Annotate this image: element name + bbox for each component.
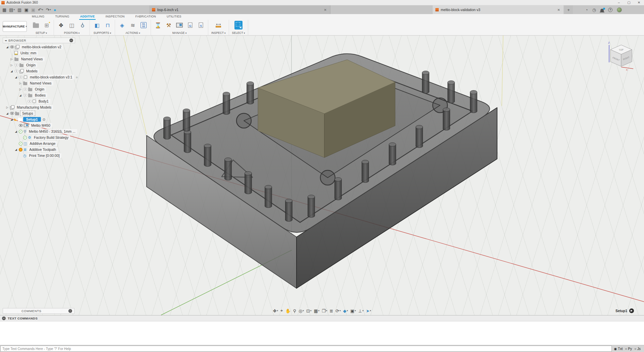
print-settings-icon[interactable]	[175, 21, 183, 29]
new-arrangement-icon[interactable]: ⊞✦	[43, 21, 51, 29]
visibility-eye-icon[interactable]	[19, 76, 23, 78]
look-at-icon[interactable]: ⌖	[280, 308, 283, 313]
mode-py[interactable]: ○Py	[625, 347, 632, 351]
section-view-icon[interactable]: ➤▾	[366, 308, 371, 313]
orbit-icon[interactable]: ✥▾	[273, 308, 278, 313]
document-tab-1[interactable]: bsp-6-inch v1 ✕	[149, 5, 330, 14]
tree-item-label[interactable]: Origin	[33, 87, 46, 92]
tree-row[interactable]: ◢meltio-block-validation v2	[3, 44, 75, 50]
tree-item-label[interactable]: Manufacturing Models	[15, 105, 53, 110]
expander-icon[interactable]: ▷	[5, 106, 9, 109]
visibility-eye-icon[interactable]	[10, 112, 14, 115]
simulate-icon[interactable]: ≋	[129, 21, 137, 29]
app-menu-icon[interactable]: ▦	[1, 6, 7, 13]
tree-row[interactable]: Meltio M450	[3, 122, 75, 128]
orient-icon[interactable]: ⚲	[78, 21, 87, 29]
maximize-button[interactable]: ▢	[624, 1, 634, 4]
template-library-icon[interactable]: S	[197, 21, 205, 29]
new-setup-icon[interactable]	[32, 21, 40, 29]
avatar[interactable]	[617, 7, 622, 12]
select-icon[interactable]: ➤	[234, 21, 243, 29]
tree-item-label[interactable]: Origin	[24, 63, 37, 67]
close-tab-icon[interactable]: ✕	[323, 8, 327, 12]
tree-row[interactable]: ✓◫Additive Arrange	[3, 140, 75, 146]
expander-icon[interactable]: ▷	[10, 58, 13, 61]
group-label[interactable]: SELECT ▾	[232, 31, 245, 35]
expander-icon[interactable]: ◢	[5, 112, 9, 115]
tree-row[interactable]: ◢✓⚲Meltio M450 - 316SS, 1mm ...	[3, 128, 75, 134]
tree-item-label[interactable]: Factory Build Strategy	[32, 135, 70, 140]
tab-utilities[interactable]: UTILITIES	[166, 14, 182, 20]
3d-viewport[interactable]: ◂◂ BROWSER – ◢meltio-block-validation v2…	[0, 36, 644, 315]
tree-item-label[interactable]: Named Views	[19, 57, 45, 61]
extensions-icon[interactable]: ◔	[585, 7, 588, 12]
post-process-icon[interactable]: G1G2	[140, 21, 148, 29]
group-label[interactable]: INSPECT ▾	[211, 31, 226, 35]
hide-comments-icon[interactable]: –	[68, 309, 72, 313]
zoom-icon[interactable]: ⚲	[293, 308, 297, 313]
new-document-button[interactable]: +	[564, 5, 573, 14]
tree-row[interactable]: ◢Setups	[3, 110, 75, 116]
new-file-icon[interactable]: ▤▾	[8, 6, 16, 13]
save-icon[interactable]: ▣	[23, 6, 29, 13]
expander-icon[interactable]: ◢	[14, 76, 18, 79]
redo-icon[interactable]: ↷▾	[45, 6, 52, 13]
tree-row[interactable]: ◢≣Additive Toolpath	[3, 146, 75, 153]
move-icon[interactable]: ✥	[57, 21, 65, 29]
close-button[interactable]: ✕	[634, 1, 644, 4]
pan-icon[interactable]: ✋	[285, 308, 290, 313]
pack-icon[interactable]: ◫	[68, 21, 76, 29]
group-label[interactable]: ACTIONS ▾	[125, 31, 140, 35]
tree-row[interactable]: Units: mm	[3, 50, 75, 56]
tree-item-label[interactable]: Body1	[37, 99, 50, 104]
turntable-icon[interactable]: ⟳▾	[335, 308, 340, 313]
group-label[interactable]: SETUP ▾	[36, 31, 47, 35]
tree-row[interactable]: ▷Origin	[3, 62, 75, 68]
tree-row[interactable]: ◢◣Setup1⊙	[3, 116, 75, 122]
tree-row[interactable]: ◢Models	[3, 68, 75, 74]
generate-icon[interactable]: ◈	[118, 21, 126, 29]
tab-milling[interactable]: MILLING	[31, 14, 45, 20]
tree-item-label[interactable]: Named Views	[28, 81, 53, 85]
tree-item-label[interactable]: meltio-block-validation v3:1	[28, 75, 74, 79]
text-command-input[interactable]	[0, 346, 612, 352]
tab-fabrication[interactable]: FABRICATION	[134, 14, 157, 20]
workspace-selector[interactable]: MANUFACTURE ▾	[3, 21, 27, 32]
tree-item-label[interactable]: Meltio M450	[30, 123, 52, 128]
grid-snaps-icon[interactable]: ▦▾	[314, 308, 319, 313]
bar-supports-icon[interactable]: ⊓	[104, 21, 112, 29]
expander-icon[interactable]: ▷	[18, 82, 22, 85]
measure-icon[interactable]: ⟷	[214, 21, 222, 29]
document-tab-2[interactable]: meltio-block-validation v3 ✕	[433, 5, 564, 14]
group-label[interactable]: POSITION ▾	[64, 31, 80, 35]
fit-icon[interactable]: ◎▾	[299, 308, 304, 313]
job-status-icon[interactable]: ◷	[592, 7, 596, 12]
tree-item-label[interactable]: Setups	[20, 111, 35, 116]
tree-row[interactable]: ▷Manufacturing Models	[3, 104, 75, 110]
expander-icon[interactable]: ◢	[10, 70, 13, 73]
tree-row[interactable]: ✓⚙Factory Build Strategy	[3, 134, 75, 140]
display-settings-icon[interactable]: ⊡▾	[306, 308, 311, 313]
tree-row[interactable]: ▷Origin	[3, 86, 75, 92]
tree-item-label[interactable]: Additive Arrange	[28, 141, 57, 146]
save-local-icon[interactable]: ▣	[30, 6, 36, 13]
tool-library-icon[interactable]: ⚒	[165, 21, 173, 29]
support-volume-icon[interactable]: ◧	[93, 21, 101, 29]
tree-item-label[interactable]: Units: mm	[19, 51, 38, 55]
text-commands-header[interactable]: – TEXT COMMANDS	[0, 315, 644, 321]
tree-row[interactable]: ◷Print Time [0:00:00]	[3, 153, 75, 159]
tree-item-label[interactable]: Setup1	[23, 117, 41, 122]
hide-panel-icon[interactable]: –	[69, 39, 73, 42]
visibility-eye-icon[interactable]	[23, 88, 27, 91]
visibility-eye-icon[interactable]	[19, 124, 23, 127]
tree-item-label[interactable]: Meltio M450 - 316SS, 1mm ...	[27, 129, 77, 134]
tab-additive[interactable]: ADDITIVE	[79, 14, 96, 20]
visibility-eye-icon[interactable]	[14, 64, 18, 66]
undo-icon[interactable]: ↶▾	[37, 6, 44, 13]
visibility-eye-icon[interactable]	[10, 46, 14, 48]
minimize-button[interactable]: –	[614, 1, 624, 4]
tree-row[interactable]: ◢Bodies	[3, 92, 75, 98]
a360-sync-icon[interactable]: ●	[53, 6, 57, 13]
tab-turning[interactable]: TURNING	[54, 14, 70, 20]
help-icon[interactable]: ?	[608, 8, 612, 12]
